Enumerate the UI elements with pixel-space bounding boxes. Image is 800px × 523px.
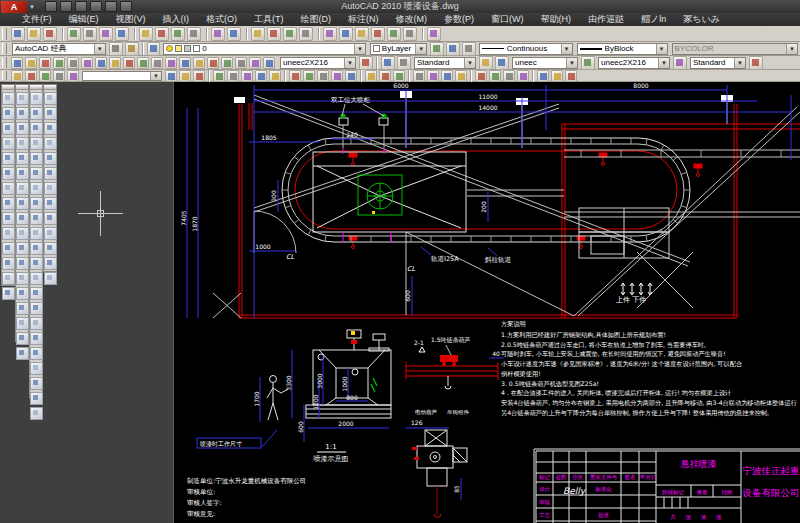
modeling-tool-icon[interactable]: [2, 287, 15, 300]
baseline-icon[interactable]: [137, 57, 149, 69]
offset-icon[interactable]: [331, 70, 343, 82]
3d-navigation-tool-icon[interactable]: [30, 287, 43, 300]
orbit-icon[interactable]: [53, 70, 65, 82]
style-combo[interactable]: Standard ▼: [414, 57, 476, 69]
save-icon[interactable]: [43, 27, 57, 41]
chevron-down-icon[interactable]: ▼: [94, 44, 105, 54]
modeling-tool-icon[interactable]: [2, 272, 15, 285]
modeling-tool-icon[interactable]: [2, 122, 15, 135]
join-icon[interactable]: [517, 70, 529, 82]
dimension-edit-icon[interactable]: [249, 57, 261, 69]
visual-styles-tool-icon[interactable]: [44, 182, 57, 195]
solid-editing-tool-icon[interactable]: [16, 257, 29, 270]
text-style-icon[interactable]: [495, 56, 509, 70]
visual-styles-tool-icon[interactable]: [44, 92, 57, 105]
diameter-icon[interactable]: [95, 57, 107, 69]
solid-editing-tool-icon[interactable]: [16, 272, 29, 285]
chevron-down-icon[interactable]: ▼: [415, 44, 426, 54]
solid-editing-tool-icon[interactable]: [16, 227, 29, 240]
hatch-edit-icon[interactable]: [255, 70, 267, 82]
toolbar-grip[interactable]: [2, 43, 7, 53]
solid-editing-tool-icon[interactable]: [16, 167, 29, 180]
bulb-on-icon[interactable]: [166, 45, 173, 52]
publish-icon[interactable]: [99, 27, 113, 41]
chevron-down-icon[interactable]: ▼: [566, 58, 577, 68]
menu-item[interactable]: 冢ちいみ: [683, 13, 720, 26]
solid-editing-tool-icon[interactable]: [16, 92, 29, 105]
next-view-icon[interactable]: [193, 70, 205, 82]
pan-icon[interactable]: [251, 27, 265, 41]
redraw-icon[interactable]: [11, 70, 23, 82]
xref-icon[interactable]: [241, 70, 253, 82]
rotate-icon[interactable]: [379, 70, 391, 82]
group-icon[interactable]: [537, 70, 549, 82]
textstyle-combo[interactable]: uneec ▼: [512, 57, 578, 69]
chevron-down-icon[interactable]: ▼: [656, 44, 667, 54]
visual-styles-tool-icon[interactable]: [44, 137, 57, 150]
erase-icon[interactable]: [289, 70, 301, 82]
menu-item[interactable]: 窗口(W): [491, 13, 524, 26]
dimstyle-combo[interactable]: uneec2X216 ▼: [280, 57, 356, 69]
dimension-space-icon[interactable]: [165, 57, 177, 69]
3d-navigation-tool-icon[interactable]: [30, 137, 43, 150]
arc-length-icon[interactable]: [39, 57, 51, 69]
jogged-icon[interactable]: [81, 57, 93, 69]
workspace-save-icon[interactable]: [125, 42, 139, 56]
plot-preview-icon[interactable]: [83, 27, 97, 41]
jogged-linear-icon[interactable]: [235, 57, 247, 69]
dimstyle-manager-icon[interactable]: [381, 56, 395, 70]
table-style-icon[interactable]: [581, 56, 595, 70]
drawing-canvas[interactable]: 6000 8000 11000 14000 1805 240 7405 1870…: [173, 82, 800, 523]
make-object-layer-current-icon[interactable]: [430, 42, 444, 56]
solid-editing-tool-icon[interactable]: [16, 182, 29, 195]
3d-navigation-tool-icon[interactable]: [30, 257, 43, 270]
stretch-icon[interactable]: [413, 70, 425, 82]
dimension-break-icon[interactable]: [179, 57, 191, 69]
chevron-down-icon[interactable]: ▼: [354, 44, 365, 54]
undo-icon[interactable]: [211, 27, 225, 41]
3d-navigation-tool-icon[interactable]: [30, 272, 43, 285]
quickcalc-icon[interactable]: [403, 27, 417, 41]
visual-styles-tool-icon[interactable]: [44, 272, 57, 285]
layer-combo[interactable]: 0 ▼: [163, 43, 366, 55]
ordinate-icon[interactable]: [53, 57, 65, 69]
copy-icon[interactable]: [303, 70, 315, 82]
3d-navigation-tool-icon[interactable]: [30, 317, 43, 330]
previous-view-icon[interactable]: [179, 70, 191, 82]
undo-icon[interactable]: [90, 1, 102, 12]
match-properties-icon[interactable]: [187, 27, 201, 41]
open-icon[interactable]: [60, 1, 72, 12]
menu-item[interactable]: 修改(M): [396, 13, 428, 26]
visual-styles-tool-icon[interactable]: [44, 197, 57, 210]
new-icon[interactable]: [11, 27, 25, 41]
tolerance-icon[interactable]: [193, 57, 205, 69]
dim-override-icon[interactable]: [397, 56, 411, 70]
explode-icon[interactable]: [503, 70, 515, 82]
chamfer-icon[interactable]: [475, 70, 487, 82]
solid-editing-tool-icon[interactable]: [16, 317, 29, 330]
inspection-icon[interactable]: [221, 57, 233, 69]
menu-item[interactable]: 由作逼跶: [588, 13, 624, 26]
mleaderstyle-combo[interactable]: Standard ▼: [690, 57, 746, 69]
mleader-manager-icon[interactable]: [749, 56, 763, 70]
mirror-icon[interactable]: [317, 70, 329, 82]
break-icon[interactable]: [455, 70, 467, 82]
3d-navigation-tool-icon[interactable]: [30, 407, 43, 420]
chevron-down-icon[interactable]: ▼: [561, 44, 572, 54]
help-icon[interactable]: [427, 27, 441, 41]
3d-navigation-tool-icon[interactable]: [30, 212, 43, 225]
tablestyle-combo[interactable]: uneec2X216 ▼: [598, 57, 670, 69]
modeling-tool-icon[interactable]: [2, 152, 15, 165]
solid-editing-tool-icon[interactable]: [16, 212, 29, 225]
plot-icon[interactable]: [120, 1, 132, 12]
menu-item[interactable]: 绘图(D): [301, 13, 332, 26]
visual-styles-tool-icon[interactable]: [44, 167, 57, 180]
3d-navigation-tool-icon[interactable]: [30, 302, 43, 315]
solid-editing-tool-icon[interactable]: [16, 137, 29, 150]
workspace-combo[interactable]: AutoCAD 经典 ▼: [12, 43, 106, 55]
pan-hand-icon[interactable]: [39, 70, 51, 82]
solid-editing-tool-icon[interactable]: [16, 152, 29, 165]
continue-icon[interactable]: [151, 57, 163, 69]
dimension-update-icon[interactable]: [359, 56, 373, 70]
3d-navigation-tool-icon[interactable]: [30, 92, 43, 105]
